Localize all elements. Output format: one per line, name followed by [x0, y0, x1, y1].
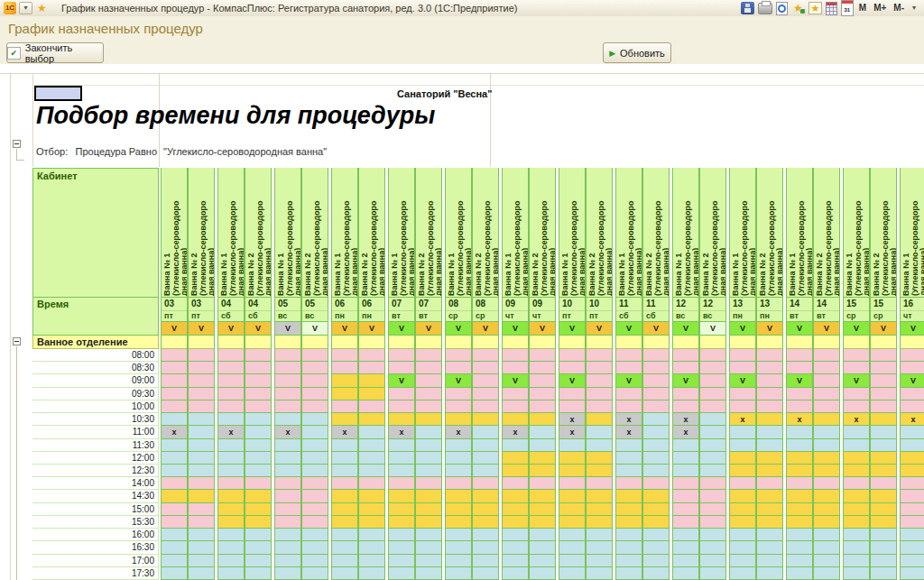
schedule-cell[interactable]: V [844, 374, 869, 387]
schedule-cell[interactable] [673, 567, 698, 580]
schedule-cell[interactable] [844, 490, 869, 502]
schedule-cell[interactable] [643, 388, 669, 400]
schedule-cell[interactable] [389, 452, 414, 465]
schedule-cell[interactable] [332, 452, 357, 465]
schedule-cell[interactable] [587, 490, 612, 502]
schedule-cell[interactable] [757, 413, 782, 426]
schedule-cell[interactable] [757, 516, 782, 529]
schedule-cell[interactable] [616, 349, 642, 362]
schedule-cell[interactable] [162, 349, 187, 362]
availability-cell[interactable]: V [389, 322, 414, 336]
date-cell[interactable]: 15 [844, 298, 869, 311]
date-cell[interactable]: 11 [616, 298, 642, 311]
print-icon[interactable] [758, 3, 772, 14]
schedule-cell[interactable] [446, 362, 471, 374]
weekday-cell[interactable]: сб [245, 311, 271, 322]
schedule-cell[interactable] [245, 541, 271, 554]
group-row-cell[interactable] [446, 336, 471, 349]
schedule-cell[interactable] [901, 400, 924, 413]
schedule-cell[interactable] [643, 374, 669, 387]
schedule-cell[interactable] [616, 362, 642, 374]
schedule-cell[interactable] [844, 555, 869, 567]
schedule-cell[interactable] [871, 477, 896, 490]
schedule-cell[interactable] [673, 388, 698, 400]
schedule-cell[interactable] [844, 567, 869, 580]
schedule-cell[interactable] [643, 516, 669, 529]
schedule-cell[interactable] [359, 465, 384, 477]
schedule-cell[interactable] [787, 555, 812, 567]
schedule-cell[interactable] [389, 400, 414, 413]
date-cell[interactable]: 12 [673, 298, 698, 311]
schedule-cell[interactable] [616, 465, 642, 477]
schedule-cell[interactable] [189, 567, 214, 580]
weekday-cell[interactable]: пт [559, 311, 585, 322]
schedule-cell[interactable] [473, 388, 498, 400]
schedule-cell[interactable] [275, 362, 300, 374]
schedule-cell[interactable] [757, 388, 782, 400]
schedule-cell[interactable] [844, 541, 869, 554]
favorites-icon[interactable]: ★ [808, 2, 822, 14]
schedule-cell[interactable] [218, 541, 244, 554]
schedule-cell[interactable] [218, 439, 244, 452]
weekday-cell[interactable]: сб [643, 311, 669, 322]
group-row-cell[interactable] [643, 336, 669, 349]
group-row-cell[interactable] [616, 336, 642, 349]
schedule-cell[interactable] [446, 516, 471, 529]
time-header-cell[interactable]: Время [32, 298, 159, 336]
schedule-cell[interactable] [700, 567, 725, 580]
schedule-cell[interactable] [530, 555, 555, 567]
schedule-cell[interactable] [730, 477, 755, 490]
schedule-cell[interactable] [643, 362, 669, 374]
calculator-icon[interactable] [826, 2, 837, 15]
schedule-cell[interactable]: x [503, 426, 528, 438]
group-row-cell[interactable] [416, 336, 441, 349]
schedule-cell[interactable] [389, 362, 414, 374]
schedule-cell[interactable]: x [332, 426, 357, 438]
schedule-cell[interactable] [473, 516, 498, 529]
schedule-cell[interactable] [189, 516, 214, 529]
date-cell[interactable]: 10 [587, 298, 612, 311]
schedule-cell[interactable] [814, 362, 839, 374]
time-row-label[interactable]: 15:00 [32, 503, 159, 516]
weekday-cell[interactable]: ср [446, 311, 471, 322]
group-row-cell[interactable] [844, 336, 869, 349]
schedule-cell[interactable] [814, 503, 839, 516]
schedule-cell[interactable] [446, 413, 471, 426]
weekday-cell[interactable]: чт [901, 311, 924, 322]
schedule-cell[interactable] [844, 465, 869, 477]
schedule-cell[interactable] [162, 516, 187, 529]
schedule-cell[interactable] [530, 567, 555, 580]
group-row-cell[interactable] [757, 336, 782, 349]
weekday-cell[interactable]: сб [218, 311, 244, 322]
schedule-cell[interactable] [530, 388, 555, 400]
availability-cell[interactable]: V [559, 322, 585, 336]
availability-cell[interactable]: V [700, 322, 725, 336]
schedule-cell[interactable] [757, 400, 782, 413]
column-header-cell[interactable]: Ванна № 2(Углекисло-сероводородная ванна… [871, 168, 896, 298]
schedule-cell[interactable] [616, 388, 642, 400]
schedule-cell[interactable] [218, 400, 244, 413]
schedule-cell[interactable] [162, 477, 187, 490]
schedule-cell[interactable] [189, 555, 214, 567]
weekday-cell[interactable]: вс [700, 311, 725, 322]
m-button[interactable]: M [857, 2, 868, 14]
schedule-cell[interactable] [787, 541, 812, 554]
schedule-cell[interactable] [245, 349, 271, 362]
schedule-cell[interactable] [814, 465, 839, 477]
schedule-cell[interactable] [302, 477, 328, 490]
schedule-cell[interactable] [189, 452, 214, 465]
schedule-cell[interactable] [446, 400, 471, 413]
schedule-cell[interactable]: x [616, 426, 642, 438]
schedule-cell[interactable] [245, 465, 271, 477]
schedule-cell[interactable] [530, 529, 555, 541]
schedule-cell[interactable] [473, 439, 498, 452]
time-row-label[interactable]: 10:30 [32, 413, 159, 426]
schedule-cell[interactable] [559, 503, 585, 516]
current-cell-selection[interactable] [34, 86, 82, 101]
column-header-cell[interactable]: Ванна № 2(Углекисло-сероводородная ванна… [814, 168, 839, 298]
group-row-cell[interactable] [473, 336, 498, 349]
m-minus-button[interactable]: M- [892, 2, 906, 14]
schedule-cell[interactable] [787, 503, 812, 516]
schedule-cell[interactable] [245, 374, 271, 387]
schedule-cell[interactable] [901, 541, 924, 554]
